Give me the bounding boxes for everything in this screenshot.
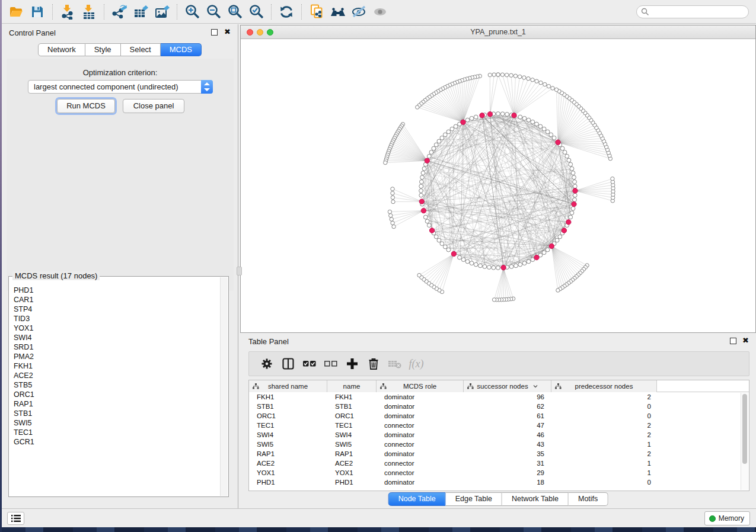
delete-table-button[interactable] — [384, 354, 406, 374]
network-view-window: YPA_prune.txt_1 — [240, 25, 756, 333]
fit-content-button[interactable] — [224, 2, 245, 21]
mcds-result-item[interactable]: PHD1 — [14, 286, 220, 295]
column-label: successor nodes — [477, 383, 528, 390]
close-panel-icon[interactable]: ✖ — [742, 336, 749, 345]
mcds-result-item[interactable]: SWI5 — [14, 418, 220, 428]
search-input[interactable] — [649, 8, 741, 16]
mcds-result-item[interactable]: STB5 — [14, 380, 220, 390]
network-window-titlebar[interactable]: YPA_prune.txt_1 — [241, 25, 755, 39]
import-table-button[interactable] — [78, 2, 100, 21]
close-panel-button[interactable]: Close panel — [123, 99, 184, 113]
mcds-result-scrollbar[interactable] — [220, 277, 228, 496]
column-header-mcds_role[interactable]: MCDS role — [377, 380, 464, 392]
table-cell-successor_nodes: 18 — [464, 477, 551, 487]
export-table-button[interactable] — [130, 2, 151, 21]
float-panel-icon[interactable] — [211, 29, 218, 36]
tab-style[interactable]: Style — [85, 43, 121, 56]
mcds-result-box: MCDS result (17 nodes) PHD1CAR1STP4TID3Y… — [8, 276, 229, 497]
float-panel-icon[interactable] — [730, 338, 736, 344]
mcds-result-item[interactable]: PMA2 — [14, 352, 220, 361]
mcds-result-item[interactable]: SRD1 — [14, 342, 220, 352]
table-row[interactable]: SWI4SWI4dominator462 — [249, 430, 749, 440]
zoom-out-button[interactable] — [203, 2, 224, 21]
table-row[interactable]: TEC1TEC1connector472 — [249, 421, 749, 430]
table-row[interactable]: YOX1YOX1connector291 — [249, 468, 749, 477]
table-cell-predecessor_nodes: 2 — [551, 430, 657, 440]
column-header-predecessor_nodes[interactable]: predecessor nodes — [551, 380, 657, 392]
table-row[interactable]: FKH1FKH1dominator962 — [249, 392, 749, 402]
tab-node-table[interactable]: Node Table — [388, 492, 446, 506]
close-panel-icon[interactable]: ✖ — [224, 27, 231, 36]
zoom-selected-icon — [248, 4, 264, 20]
zoom-selected-button[interactable] — [245, 2, 267, 21]
panel-splitter-handle[interactable] — [237, 267, 242, 275]
mcds-result-item[interactable]: SWI4 — [14, 333, 220, 342]
node-table-body: FKH1FKH1dominator962STB1STB1dominator620… — [249, 392, 749, 487]
mcds-result-item[interactable]: YOX1 — [14, 323, 220, 333]
tab-network-table[interactable]: Network Table — [502, 492, 569, 506]
mcds-result-item[interactable]: TEC1 — [14, 428, 220, 437]
open-file-button[interactable] — [5, 2, 27, 21]
tab-edge-table[interactable]: Edge Table — [446, 492, 502, 506]
first-neighbors-button[interactable] — [327, 2, 349, 21]
table-row[interactable]: STB1STB1dominator620 — [249, 402, 749, 411]
tab-mcds[interactable]: MCDS — [161, 43, 202, 56]
clone-network-button[interactable] — [306, 2, 327, 21]
mcds-result-item[interactable]: CAR1 — [14, 295, 220, 305]
mcds-result-item[interactable]: RAP1 — [14, 399, 220, 409]
select-all-button[interactable] — [299, 354, 320, 374]
table-cell-name: SWI4 — [327, 430, 377, 440]
table-cell-successor_nodes: 47 — [464, 421, 551, 430]
memory-status-icon — [709, 515, 716, 522]
table-scrollbar-thumb[interactable] — [742, 394, 747, 464]
table-scrollbar[interactable] — [741, 393, 748, 490]
mcds-result-item[interactable]: ORC1 — [14, 390, 220, 399]
show-all-button[interactable] — [370, 2, 391, 21]
search-box[interactable] — [636, 5, 749, 18]
table-cell-name: YOX1 — [327, 468, 377, 477]
mcds-result-item[interactable]: GCR1 — [14, 437, 220, 447]
save-session-button[interactable] — [27, 2, 48, 21]
column-header-name[interactable]: name — [327, 380, 377, 392]
memory-button[interactable]: Memory — [704, 511, 750, 525]
delete-column-button[interactable] — [363, 354, 384, 374]
column-header-shared_name[interactable]: shared name — [249, 380, 327, 392]
add-column-button[interactable] — [342, 354, 363, 374]
mcds-result-item[interactable]: ACE2 — [14, 371, 220, 380]
column-header-successor_nodes[interactable]: successor nodes — [464, 380, 551, 392]
table-settings-button[interactable] — [256, 354, 277, 374]
export-network-button[interactable] — [109, 2, 130, 21]
clone-network-icon — [309, 4, 324, 20]
mcds-result-item[interactable]: STB1 — [14, 409, 220, 418]
column-label: predecessor nodes — [575, 383, 633, 390]
table-cell-mcds_role: dominator — [377, 477, 464, 487]
run-mcds-button[interactable]: Run MCDS — [57, 99, 115, 113]
network-canvas[interactable] — [241, 39, 755, 332]
zoom-in-button[interactable] — [181, 2, 203, 21]
export-image-button[interactable] — [151, 2, 173, 21]
table-row[interactable]: RAP1RAP1dominator352 — [249, 449, 749, 459]
mcds-result-item[interactable]: FKH1 — [14, 361, 220, 371]
mcds-result-list[interactable]: PHD1CAR1STP4TID3YOX1SWI4SRD1PMA2FKH1ACE2… — [9, 283, 220, 496]
import-network-button[interactable] — [57, 2, 78, 21]
table-cell-successor_nodes: 29 — [464, 468, 551, 477]
show-panels-button[interactable] — [7, 512, 24, 525]
table-cell-shared_name: SWI5 — [249, 440, 327, 449]
mcds-result-item[interactable]: STP4 — [14, 305, 220, 314]
split-panel-button[interactable] — [277, 354, 299, 374]
table-row[interactable]: ACE2ACE2connector311 — [249, 459, 749, 468]
deselect-all-button[interactable] — [320, 354, 342, 374]
table-row[interactable]: SWI5SWI5connector431 — [249, 440, 749, 449]
table-row[interactable]: PHD1PHD1dominator180 — [249, 477, 749, 487]
hide-selected-button[interactable] — [349, 2, 370, 21]
table-row[interactable]: ORC1ORC1dominator610 — [249, 411, 749, 421]
optimization-criterion-label: Optimization criterion: — [7, 68, 234, 77]
optimization-criterion-select[interactable]: largest connected component (undirected) — [28, 80, 213, 94]
tab-select[interactable]: Select — [121, 43, 161, 56]
tab-network[interactable]: Network — [38, 43, 85, 56]
mcds-result-item[interactable]: TID3 — [14, 314, 220, 323]
apply-layout-button[interactable] — [276, 2, 297, 21]
table-cell-predecessor_nodes: 2 — [551, 421, 657, 430]
tab-motifs[interactable]: Motifs — [569, 492, 608, 506]
function-builder-button[interactable]: f(x) — [406, 354, 427, 374]
